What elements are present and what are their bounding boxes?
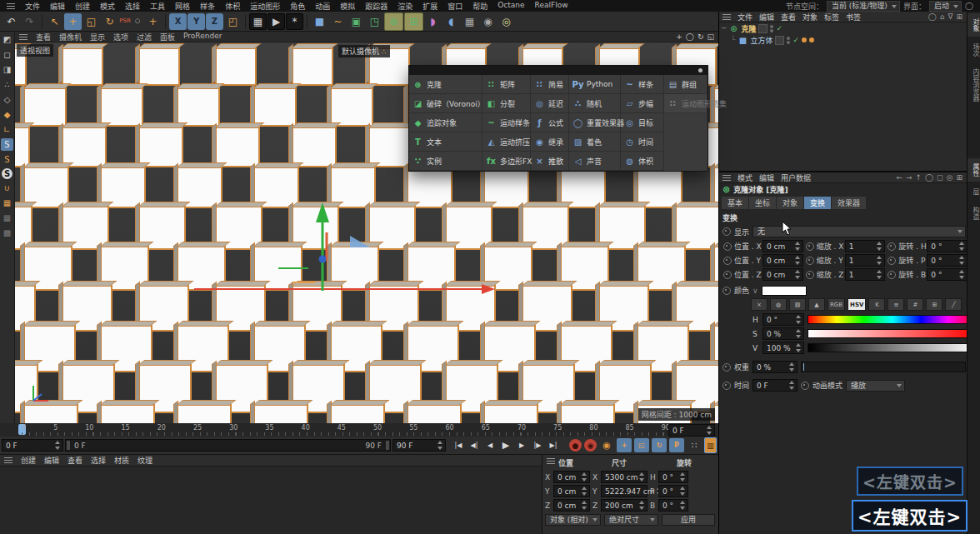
track-icon[interactable]: ◎: [947, 173, 953, 182]
attr-menu-item[interactable]: 编辑: [759, 172, 774, 183]
menu-item[interactable]: 渲染: [398, 1, 412, 12]
om-menu-item[interactable]: 文件: [738, 12, 752, 22]
up-icon[interactable]: ↑: [915, 173, 922, 182]
saturation-field[interactable]: 0 %: [762, 327, 804, 340]
anim-knob[interactable]: [888, 257, 896, 265]
anim-knob[interactable]: [801, 382, 809, 390]
menu-item[interactable]: 角色: [290, 1, 305, 12]
menu-item[interactable]: 运动图形: [250, 1, 280, 12]
clone-cube[interactable]: [62, 127, 107, 167]
layer-toggle[interactable]: [758, 24, 768, 33]
menu-item[interactable]: Octane: [498, 1, 524, 12]
mograph-item[interactable]: ◷时间: [621, 132, 664, 152]
side-tab-层[interactable]: 层: [968, 183, 980, 200]
attr-menu-grip-icon[interactable]: [722, 175, 731, 181]
menu-item[interactable]: 文件: [25, 1, 40, 12]
record-keyframe-button[interactable]: ●: [569, 439, 582, 452]
position-y-field[interactable]: 0 cm: [553, 485, 590, 497]
y-axis-lock-icon[interactable]: Y: [188, 13, 205, 30]
phong-tag-icon[interactable]: [802, 37, 807, 42]
enabled-check-icon[interactable]: ✓: [792, 36, 799, 44]
viewport-menu-item[interactable]: 显示: [90, 32, 105, 42]
mograph-item[interactable]: ~样条: [621, 75, 664, 94]
render-view-icon[interactable]: ▦: [249, 13, 267, 30]
pan-view-icon[interactable]: +: [676, 32, 682, 41]
hue-slider[interactable]: [808, 315, 978, 324]
mograph-item[interactable]: ▤群组: [664, 75, 708, 94]
scale-y-field[interactable]: 1: [845, 254, 886, 267]
forward-icon[interactable]: →: [906, 173, 912, 182]
viewport-menu-item[interactable]: 面板: [160, 32, 175, 42]
axis-gizmo[interactable]: [115, 142, 548, 417]
saturation-slider[interactable]: [808, 329, 978, 338]
weight-field[interactable]: 0 %: [752, 361, 798, 373]
mograph-item[interactable]: ◆追踪对象: [409, 113, 482, 132]
side-tab-场次[interactable]: 场次: [968, 38, 980, 62]
position-mode-select[interactable]: 对象 (相对): [545, 514, 601, 526]
model-mode-icon[interactable]: ◻: [1, 48, 13, 61]
search-icon[interactable]: ◯: [925, 173, 933, 182]
rgb-mode-button[interactable]: RGB: [828, 298, 845, 311]
snap-settings-icon[interactable]: S: [2, 168, 12, 179]
material-menu-item[interactable]: 查看: [68, 455, 82, 466]
time-field[interactable]: 0 F: [752, 379, 798, 392]
range-start-grip[interactable]: [67, 441, 70, 450]
position-y-field[interactable]: 0 cm: [762, 254, 803, 267]
end-frame-field[interactable]: 90 F: [392, 439, 446, 452]
attr-menu-item[interactable]: 用户数据: [781, 172, 811, 183]
enabled-check-icon[interactable]: ✓: [776, 24, 782, 32]
prev-key-button[interactable]: ◀|: [467, 438, 482, 452]
mograph-item[interactable]: ×推散: [531, 152, 569, 171]
anim-knob[interactable]: [723, 257, 732, 265]
axis-tool-icon[interactable]: +: [144, 13, 162, 30]
x-axis-lock-icon[interactable]: X: [169, 13, 187, 30]
light-icon[interactable]: ◎: [498, 13, 515, 30]
mograph-item[interactable]: ∷简易: [531, 75, 569, 94]
workplane-icon[interactable]: ▦: [1, 197, 13, 209]
last-tool-icon[interactable]: ○: [132, 13, 143, 30]
side-tab-属性[interactable]: 属性: [968, 158, 980, 182]
tab-效果器[interactable]: 效果器: [832, 197, 866, 209]
anim-knob[interactable]: [723, 242, 732, 251]
clone-cube[interactable]: [15, 127, 30, 167]
menu-item[interactable]: 网格: [175, 1, 190, 12]
timeline-frame-field[interactable]: 0 F: [668, 424, 715, 437]
object-row-cube[interactable]: └ ■ 立方体 ✓: [719, 34, 980, 46]
expand-icon[interactable]: ─: [722, 24, 726, 32]
anim-knob[interactable]: [888, 242, 896, 251]
subdivision-surface-icon[interactable]: ▣: [348, 13, 365, 30]
menu-item[interactable]: 样条: [200, 1, 215, 12]
attr-menu-item[interactable]: 模式: [738, 172, 752, 183]
record-rotation-button[interactable]: ↻: [652, 438, 667, 452]
primitive-cube-icon[interactable]: ■: [311, 13, 328, 30]
hex-mode-icon[interactable]: #: [907, 298, 923, 311]
material-menu-item[interactable]: 纹理: [138, 455, 152, 466]
scale-tool-icon[interactable]: ◱: [82, 13, 100, 30]
tab-基本[interactable]: 基本: [722, 197, 748, 209]
redo-icon[interactable]: ↷: [21, 13, 38, 30]
om-menu-item[interactable]: 查看: [781, 12, 796, 22]
orbit-view-icon[interactable]: ↻: [698, 32, 704, 41]
rotation-p-field[interactable]: 0 °: [927, 254, 968, 267]
tag-icon[interactable]: [809, 37, 814, 42]
mograph-item[interactable]: PyPython: [569, 75, 621, 94]
quantize-icon[interactable]: ▩: [1, 227, 13, 239]
new-panel-icon[interactable]: ⊞: [956, 12, 962, 21]
volume-menu-icon[interactable]: ⊞: [404, 12, 423, 31]
menu-grip-icon[interactable]: [7, 3, 15, 9]
mograph-item[interactable]: T文本: [409, 132, 482, 152]
menu-item[interactable]: 体积: [225, 1, 240, 12]
mograph-item[interactable]: ◎延迟: [531, 94, 569, 113]
material-menu-item[interactable]: 材质: [114, 455, 129, 466]
size-x-field[interactable]: 5300 cm: [601, 471, 648, 483]
rotation-b-field[interactable]: 0 °: [658, 499, 688, 512]
anim-mode-select[interactable]: 播放: [846, 380, 905, 392]
mograph-item[interactable]: ∴随机: [569, 94, 621, 113]
mograph-item[interactable]: ∷矩阵: [482, 75, 531, 94]
menu-item[interactable]: 编辑: [50, 1, 65, 12]
swatches-icon[interactable]: ⊞: [926, 298, 942, 311]
viewport-menu-item[interactable]: 过滤: [137, 32, 152, 42]
collapse-icon[interactable]: ∨: [752, 287, 758, 295]
field-icon[interactable]: ◖: [442, 13, 460, 30]
menu-item[interactable]: 创建: [75, 1, 90, 12]
